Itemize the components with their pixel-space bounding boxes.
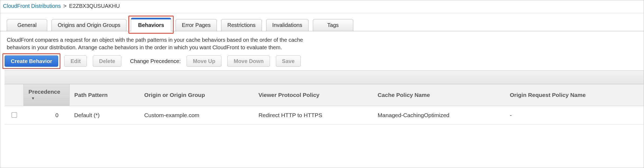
cell-origin-request-policy: -: [505, 106, 644, 125]
move-down-button[interactable]: Move Down: [227, 55, 270, 67]
cell-origin: Custom-example.com: [139, 106, 254, 125]
col-header-checkbox: [5, 84, 23, 106]
col-header-origin[interactable]: Origin or Origin Group: [139, 84, 254, 106]
breadcrumb-parent-link[interactable]: CloudFront Distributions: [3, 3, 61, 9]
col-header-precedence-label: Precedence: [29, 89, 60, 95]
tab-error-pages[interactable]: Error Pages: [176, 19, 217, 31]
sort-caret-down-icon: ▼: [31, 96, 35, 100]
tab-restrictions[interactable]: Restrictions: [221, 19, 262, 31]
description-text: CloudFront compares a request for an obj…: [0, 31, 324, 54]
behaviors-table: Precedence ▼ Path Pattern Origin or Orig…: [5, 84, 644, 125]
breadcrumb-separator: >: [63, 3, 67, 9]
create-behavior-button[interactable]: Create Behavior: [5, 55, 58, 67]
tab-behaviors-label: Behaviors: [138, 22, 164, 28]
table-toolbar-spacer: [5, 71, 644, 84]
breadcrumb: CloudFront Distributions > E2ZBX3QUSUAKH…: [0, 0, 644, 13]
cell-cache-policy: Managed-CachingOptimized: [373, 106, 505, 125]
row-checkbox[interactable]: [12, 112, 17, 118]
save-button[interactable]: Save: [276, 55, 301, 67]
col-header-precedence[interactable]: Precedence ▼: [23, 84, 69, 106]
move-up-button[interactable]: Move Up: [187, 55, 221, 67]
col-header-viewer-protocol[interactable]: Viewer Protocol Policy: [254, 84, 373, 106]
tab-invalidations[interactable]: Invalidations: [266, 19, 309, 31]
table-row[interactable]: 0 Default (*) Custom-example.com Redirec…: [5, 106, 644, 125]
divider: [0, 13, 644, 13]
cell-precedence: 0: [23, 106, 69, 125]
col-header-origin-request-policy[interactable]: Origin Request Policy Name: [505, 84, 644, 106]
edit-button[interactable]: Edit: [64, 55, 87, 67]
change-precedence-label: Change Precedence:: [130, 58, 181, 64]
toolbar: Create Behavior Edit Delete Change Prece…: [0, 54, 644, 71]
cell-path-pattern: Default (*): [69, 106, 139, 125]
tab-tags[interactable]: Tags: [313, 19, 353, 31]
tab-general[interactable]: General: [7, 19, 47, 31]
tabs: General Origins and Origin Groups Behavi…: [0, 19, 644, 31]
col-header-cache-policy[interactable]: Cache Policy Name: [373, 84, 505, 106]
tab-origins[interactable]: Origins and Origin Groups: [52, 19, 126, 31]
cell-viewer-protocol: Redirect HTTP to HTTPS: [254, 106, 373, 125]
tab-behaviors[interactable]: Behaviors: [131, 18, 171, 31]
behaviors-table-zone: Precedence ▼ Path Pattern Origin or Orig…: [5, 71, 644, 125]
delete-button[interactable]: Delete: [93, 55, 121, 67]
breadcrumb-current: E2ZBX3QUSUAKHU: [69, 3, 120, 9]
col-header-path-pattern[interactable]: Path Pattern: [69, 84, 139, 106]
